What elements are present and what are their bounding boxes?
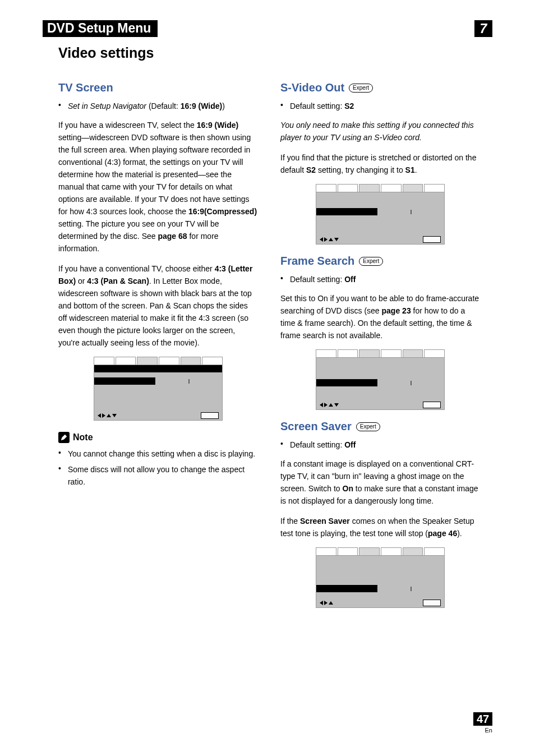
fig-tab-active [338,184,358,192]
cursor-mark [411,210,411,214]
fig-row-split [316,379,444,386]
framesearch-p: Set this to On if you want to be able to… [280,292,480,342]
chapter-title-bar: DVD Setup Menu [43,20,158,37]
t: On [343,484,353,493]
heading-text: Frame Search [280,255,354,268]
fig-row-right [155,377,222,385]
select-box [423,402,441,408]
fig-tab [159,357,179,365]
p1c: setting—widescreen DVD software is then … [58,133,251,216]
default-label: Default setting: [290,440,344,449]
fig-row-left [316,379,377,386]
fig-tabs [316,349,445,357]
p2a: If you have a conventional TV, choose ei… [58,264,215,273]
default-label: Default setting: [290,102,344,110]
select-box [423,236,441,243]
fig-tab [359,184,380,192]
nav-arrows [320,601,333,605]
p1a: If you have a widescreen TV, select the [58,121,197,130]
chapter-number-bar: 7 [474,20,492,37]
arrow-right-icon [324,601,328,605]
fig-row-right [377,379,444,386]
arrow-down-icon [334,403,339,407]
nav-arrows [98,413,117,418]
svideo-p2: If you find that the picture is stretche… [280,151,480,176]
fig-tab [381,184,402,192]
p2c: or [76,276,87,285]
p1f: page 68 [158,232,187,241]
framesearch-heading: Frame Search Expert [280,255,480,268]
default-value: 16:9 (Wide) [181,102,223,110]
screensaver-p1: If a constant image is displayed on a co… [280,458,480,507]
fig-row-left [316,208,377,215]
chapter-title: DVD Setup Menu [47,20,151,36]
fig-tab [359,349,380,357]
page-number: 47 [473,712,492,726]
fig-row-left [316,585,377,592]
fig-tab [202,357,223,365]
arrow-left-icon [320,237,323,242]
fig-row-split [316,208,444,215]
bullet-dot: • [58,463,61,488]
arrow-left-icon [320,403,323,407]
t: setting, try changing it to [316,165,405,174]
fig-body [316,192,445,245]
fig-tab [403,349,423,357]
heading-text: TV Screen [58,81,113,94]
framesearch-figure [316,349,445,410]
fig-tab [359,547,380,555]
select-box [423,600,441,606]
bullet-dot: • [280,100,283,112]
fig-row-left [94,377,155,385]
header-row: DVD Setup Menu 7 [43,20,492,37]
tv-screen-p1: If you have a widescreen TV, select the … [58,119,258,255]
note-text: You cannot change this setting when a di… [68,448,258,460]
tv-screen-heading: TV Screen [58,81,258,94]
bullet-text: Default setting: Off [290,273,480,285]
default-label: Default setting: [290,275,344,284]
t: ). [457,529,462,538]
arrow-up-icon [329,601,333,605]
fig-bottom [316,235,444,244]
cursor-mark [411,381,411,385]
bullet-dot: • [280,273,283,285]
arrow-left-icon [320,601,323,605]
p2e: . In Letter Box mode, widescreen softwar… [58,276,252,347]
default-value: Off [344,275,356,284]
fig-tab [424,349,445,357]
fig-tab-active [338,547,358,555]
p1d: 16:9(Compressed) [188,207,257,216]
arrow-down-icon [112,414,117,417]
fig-tabs [94,357,223,365]
t: page 23 [382,306,411,315]
arrow-right-icon [324,403,328,407]
cursor-mark [411,587,411,591]
arrow-down-icon [334,238,339,241]
fig-tabs [316,184,445,192]
fig-body [316,357,445,410]
screensaver-default-bullet: • Default setting: Off [280,439,480,451]
arrow-right-icon [102,413,105,418]
fig-tab [316,547,336,555]
bullet-text: Default setting: Off [290,439,480,451]
fig-tab [381,547,402,555]
default-value: Off [344,440,356,449]
fig-tab [424,184,445,192]
bullet-dot: • [280,439,283,451]
nav-arrows [320,403,339,407]
svideo-italic-note: You only need to make this setting if yo… [280,119,480,144]
p1b: 16:9 (Wide) [197,121,239,130]
left-column: TV Screen • Set in Setup Navigator (Defa… [58,71,258,617]
screensaver-heading: Screen Saver Expert [280,420,480,433]
bullet-dot: • [58,448,61,460]
fig-tab-active [116,357,136,365]
expert-badge: Expert [359,257,383,266]
arrow-up-icon [329,403,333,407]
screensaver-figure [316,547,445,608]
fig-body [94,365,223,421]
fig-tab [137,357,158,365]
screensaver-p2: If the Screen Saver comes on when the Sp… [280,515,480,540]
bullet-text: Default setting: S2 [290,100,480,112]
page: DVD Setup Menu 7 Video settings TV Scree… [0,0,535,756]
nav-arrows [320,237,339,242]
